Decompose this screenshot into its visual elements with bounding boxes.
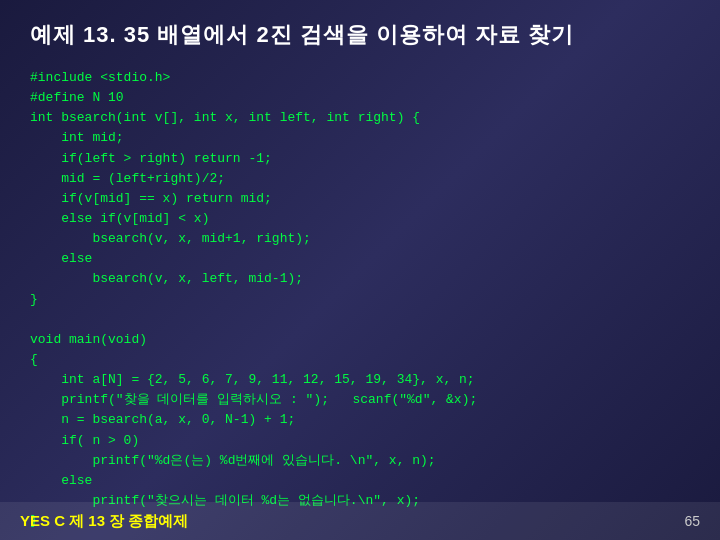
code-block: #include <stdio.h> #define N 10 int bsea… [30, 68, 690, 531]
slide-title: 예제 13. 35 배열에서 2진 검색을 이용하여 자료 찾기 [30, 20, 690, 50]
slide-number: 65 [684, 513, 700, 529]
bottom-bar: YES C 제 13 장 종합예제 65 [0, 502, 720, 540]
slide: 예제 13. 35 배열에서 2진 검색을 이용하여 자료 찾기 #includ… [0, 0, 720, 540]
bottom-label: YES C 제 13 장 종합예제 [20, 512, 188, 531]
